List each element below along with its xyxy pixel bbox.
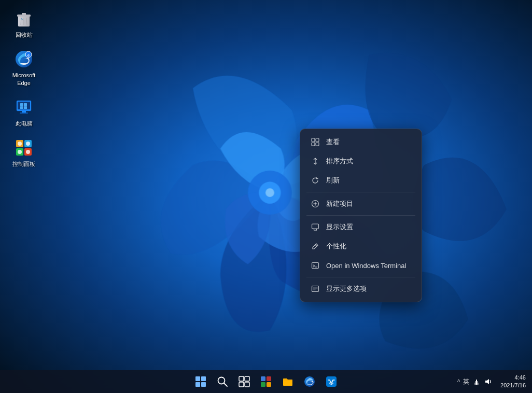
widgets-button[interactable] — [257, 372, 275, 391]
svg-rect-43 — [312, 263, 319, 269]
start-button[interactable] — [191, 372, 210, 391]
svg-rect-51 — [195, 382, 200, 387]
terminal-icon — [311, 261, 320, 270]
svg-line-42 — [315, 245, 317, 246]
desktop-wallpaper — [0, 0, 532, 393]
menu-item-view-label: 查看 — [326, 137, 340, 147]
menu-separator-2 — [306, 215, 415, 216]
network-icon[interactable] — [472, 377, 481, 386]
tray-chevron[interactable]: ^ — [457, 378, 460, 385]
svg-rect-21 — [20, 106, 23, 109]
svg-point-27 — [18, 142, 22, 146]
grid-icon — [311, 137, 320, 147]
svg-rect-33 — [312, 143, 315, 146]
control-panel-label: 控制面板 — [12, 160, 35, 167]
svg-rect-34 — [316, 143, 319, 146]
edge-label: Microsoft Edge — [12, 72, 36, 87]
file-explorer-button[interactable] — [278, 372, 297, 391]
sort-icon — [311, 157, 320, 166]
pc-image — [13, 97, 34, 118]
menu-item-view[interactable]: 查看 — [302, 133, 419, 151]
plus-icon — [311, 199, 320, 208]
svg-rect-31 — [312, 138, 315, 142]
svg-point-29 — [18, 150, 22, 154]
svg-rect-18 — [20, 113, 28, 114]
volume-icon[interactable] — [484, 377, 492, 386]
taskbar-edge-button[interactable] — [300, 372, 319, 391]
this-pc-label: 此电脑 — [16, 120, 33, 127]
svg-rect-58 — [245, 382, 249, 387]
svg-point-28 — [26, 142, 30, 146]
svg-rect-32 — [316, 138, 319, 142]
svg-text:S: S — [330, 382, 333, 385]
svg-rect-60 — [267, 376, 271, 381]
svg-rect-56 — [245, 376, 249, 381]
tray-icons: ^ 英 — [457, 377, 492, 386]
desktop-icons-container: 回收站 e — [5, 5, 43, 171]
taskbar: S ^ 英 — [0, 370, 532, 393]
svg-rect-59 — [261, 376, 265, 381]
menu-separator-1 — [306, 192, 415, 192]
menu-item-personalize-label: 个性化 — [326, 242, 346, 251]
display-icon — [311, 222, 320, 232]
svg-rect-52 — [201, 382, 206, 387]
svg-rect-50 — [201, 376, 206, 381]
menu-item-display[interactable]: 显示设置 — [302, 218, 419, 236]
recycle-bin-icon[interactable]: 回收站 — [5, 5, 43, 41]
recycle-bin-label: 回收站 — [16, 31, 33, 38]
svg-rect-38 — [312, 224, 319, 229]
task-view-button[interactable] — [235, 372, 254, 391]
svg-rect-7 — [22, 13, 26, 15]
svg-point-3 — [265, 188, 274, 197]
store-button[interactable]: S — [322, 372, 341, 391]
system-clock[interactable]: 4:46 2021/7/16 — [500, 374, 526, 390]
this-pc-icon[interactable]: 此电脑 — [5, 94, 43, 130]
control-panel-icon[interactable]: 控制面板 — [5, 134, 43, 171]
edge-image: e — [13, 49, 34, 69]
menu-item-new-label: 新建项目 — [326, 199, 353, 208]
more-icon — [311, 284, 320, 293]
taskbar-right: ^ 英 4:46 2021/7/16 — [457, 374, 526, 390]
context-menu: 查看 排序方式 刷新 — [300, 129, 422, 302]
svg-rect-62 — [267, 382, 271, 387]
clock-date: 2021/7/16 — [500, 382, 526, 389]
menu-item-terminal-label: Open in Windows Terminal — [326, 262, 406, 270]
svg-text:e: e — [27, 53, 30, 58]
clock-time: 4:46 — [515, 374, 526, 382]
svg-rect-70 — [476, 380, 477, 385]
recycle-bin-image — [13, 8, 34, 29]
svg-rect-55 — [239, 376, 244, 381]
search-button[interactable] — [213, 372, 232, 391]
menu-item-sort[interactable]: 排序方式 — [302, 152, 419, 171]
menu-item-more[interactable]: 显示更多选项 — [302, 279, 419, 298]
menu-item-new[interactable]: 新建项目 — [302, 194, 419, 213]
menu-item-more-label: 显示更多选项 — [326, 284, 367, 293]
svg-rect-49 — [195, 376, 200, 381]
menu-item-refresh[interactable]: 刷新 — [302, 171, 419, 190]
svg-line-54 — [224, 383, 227, 386]
menu-separator-3 — [306, 277, 415, 277]
taskbar-center: S — [191, 372, 341, 391]
menu-item-sort-label: 排序方式 — [326, 157, 353, 166]
svg-rect-20 — [24, 103, 27, 106]
refresh-icon — [311, 176, 320, 185]
tray-language[interactable]: 英 — [463, 377, 469, 386]
svg-rect-61 — [261, 382, 265, 387]
svg-rect-22 — [24, 106, 27, 109]
control-panel-image — [13, 137, 34, 158]
menu-item-terminal[interactable]: Open in Windows Terminal — [302, 256, 419, 275]
menu-item-refresh-label: 刷新 — [326, 176, 340, 185]
microsoft-edge-icon[interactable]: e Microsoft Edge — [5, 46, 43, 90]
brush-icon — [311, 242, 320, 251]
svg-point-30 — [26, 150, 30, 154]
menu-item-personalize[interactable]: 个性化 — [302, 237, 419, 256]
svg-rect-57 — [239, 382, 244, 387]
menu-item-display-label: 显示设置 — [326, 222, 353, 232]
svg-rect-19 — [20, 103, 23, 106]
